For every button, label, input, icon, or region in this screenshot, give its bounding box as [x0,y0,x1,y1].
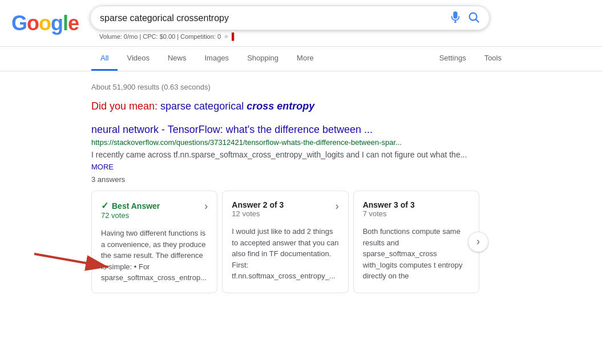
tab-videos[interactable]: Videos [118,47,159,71]
best-answer-title: ✓ Best Answer [101,200,160,211]
main-content: About 51,900 results (0.63 seconds) Did … [0,71,571,314]
results-count: About 51,900 results (0.63 seconds) [91,83,479,91]
search-icon [467,11,480,23]
result-title-link[interactable]: neural network - TensorFlow: what's the … [91,124,479,136]
mic-icon [449,11,462,23]
result-url: https://stackoverflow.com/questions/3731… [91,138,479,147]
dym-label: Did you mean: [91,100,157,112]
answer-cards: ✓ Best Answer 72 votes › Having two diff… [91,191,479,293]
best-answer-votes: 72 votes [101,211,160,220]
google-logo[interactable]: Google [11,11,79,35]
more-link[interactable]: MORE [91,163,114,171]
answer-card-header-2: Answer 2 of 3 12 votes › [232,200,338,224]
tab-settings[interactable]: Settings [430,47,475,71]
search-bar-area: Volume: 0/mo | CPC: $0.00 | Competition:… [90,6,490,41]
answer-2-text: I would just like to add 2 things to acc… [232,226,338,282]
svg-point-2 [470,13,477,21]
answer-card-3: Answer 3 of 3 7 votes Both functions com… [353,191,479,293]
answer-3-text: Both functions compute same results and … [363,226,470,282]
answer-card-best: ✓ Best Answer 72 votes › Having two diff… [91,191,217,293]
answer-card-header: ✓ Best Answer 72 votes › [101,200,208,225]
voice-search-button[interactable] [449,11,462,25]
answers-count: 3 answers [91,175,479,184]
dym-link[interactable]: sparse categorical cross entropy [160,100,314,112]
answer-card-arrow[interactable]: › [204,200,208,212]
answer-2-votes: 12 votes [232,209,284,218]
svg-line-3 [476,19,479,22]
tab-more[interactable]: More [288,47,323,71]
tab-tools[interactable]: Tools [475,47,511,71]
check-icon: ✓ [101,200,108,211]
tab-images[interactable]: Images [195,47,238,71]
result-item: neural network - TensorFlow: what's the … [91,124,479,293]
did-you-mean: Did you mean: sparse categorical cross e… [91,100,479,112]
best-answer-text: Having two different functions is a conv… [101,228,208,284]
star-icon: ★ [223,33,229,41]
logo-text: Google [11,11,79,35]
answer-3-title: Answer 3 of 3 [363,200,415,209]
search-input[interactable] [100,13,443,23]
nav-tabs: All Videos News Images Shopping More Set… [0,47,602,71]
result-title: neural network - TensorFlow: what's the … [91,124,479,136]
tab-shopping[interactable]: Shopping [238,47,288,71]
answer-card-2-arrow[interactable]: › [336,200,339,212]
answer-card-2: Answer 2 of 3 12 votes › I would just li… [222,191,348,293]
tab-news[interactable]: News [159,47,196,71]
tab-all[interactable]: All [91,47,118,71]
header: Google [0,0,602,47]
answer-card-header-3: Answer 3 of 3 7 votes [363,200,470,224]
next-card-button[interactable]: › [468,232,488,252]
answer-3-votes: 7 votes [363,209,415,218]
volume-info: Volume: 0/mo | CPC: $0.00 | Competition:… [90,33,490,41]
chart-icon: ▌ [232,33,237,41]
result-snippet: I recently came across tf.nn.sparse_soft… [91,149,479,173]
answer-2-title: Answer 2 of 3 [232,200,284,209]
search-button[interactable] [467,11,480,25]
search-box [90,6,490,30]
